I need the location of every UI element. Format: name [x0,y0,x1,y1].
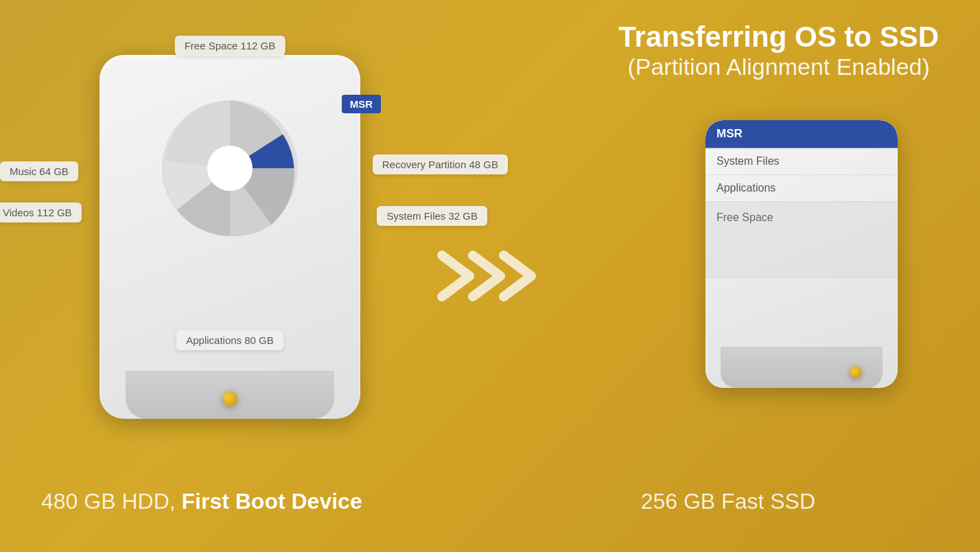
hdd-body: MSR Free Space 112 GB [100,55,360,419]
ssd-partition-system-files: System Files [705,148,898,175]
title-sub: (Partition Alignment Enabled) [618,54,939,80]
hdd-bottom-connector [126,371,334,419]
ssd-partition-applications: Applications [705,175,898,202]
label-free-space: Free Space 112 GB [175,36,285,56]
hdd-led [222,391,237,406]
ssd-bottom-connector [721,347,882,388]
hdd-device: MSR Free Space 112 GB [100,55,360,419]
msr-badge-hdd: MSR [342,95,381,113]
ssd-partition-list: MSR System Files Applications Free Space [705,120,898,277]
label-videos: Videos 112 GB [0,203,82,222]
hdd-boot-label: First Boot Device [182,489,362,514]
ssd-partition-msr: MSR [705,120,898,148]
pie-chart [154,93,305,244]
hdd-bottom-label: 480 GB HDD, First Boot Device [41,489,362,514]
label-recovery: Recovery Partition 48 GB [373,154,508,174]
ssd-bottom-label: 256 GB Fast SSD [641,489,815,514]
ssd-device: MSR System Files Applications Free Space [705,120,898,388]
transfer-arrows [435,249,545,303]
label-system-files: System Files 32 GB [377,206,487,226]
ssd-partition-free-space: Free Space [705,202,898,277]
hdd-size-label: 480 GB HDD, [41,489,176,514]
label-applications: Applications 80 GB [176,330,283,350]
svg-point-1 [207,146,253,191]
title-area: Transferring OS to SSD (Partition Alignm… [618,21,939,80]
title-main: Transferring OS to SSD [618,21,939,54]
ssd-body: MSR System Files Applications Free Space [705,120,898,388]
label-music: Music 64 GB [0,161,78,181]
ssd-led [850,366,862,378]
